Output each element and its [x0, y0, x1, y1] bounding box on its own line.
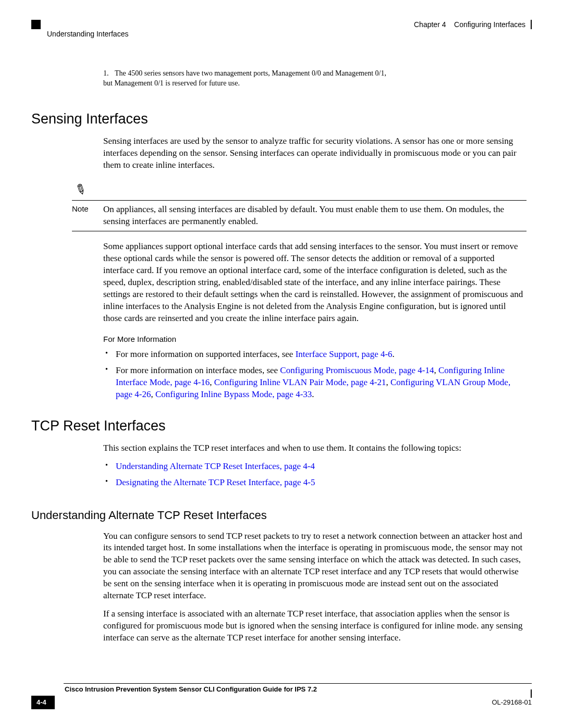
- sensing-paragraph-1: Sensing interfaces are used by the senso…: [103, 135, 527, 171]
- chapter-title: Configuring Interfaces: [454, 20, 525, 29]
- note-block: ✎ Note On appliances, all sensing interf…: [72, 181, 527, 231]
- header-marker-left: [31, 20, 41, 29]
- footnote-text: The 4500 series sensors have two managem…: [103, 69, 386, 87]
- tcp-intro: This section explains the TCP reset inte…: [103, 442, 527, 454]
- fmi-bullet-1: For more information on supported interf…: [103, 349, 527, 361]
- chapter-number: Chapter 4: [414, 20, 446, 29]
- footer-marker-right: [531, 689, 532, 698]
- footnote: 1.The 4500 series sensors have two manag…: [103, 69, 395, 89]
- header-marker-right: [531, 20, 532, 29]
- link-understanding-alt-tcp-reset[interactable]: Understanding Alternate TCP Reset Interf…: [116, 461, 315, 471]
- tcp-paragraph-2: If a sensing interface is associated wit…: [103, 608, 527, 644]
- footer-doc-title: Cisco Intrusion Prevention System Sensor…: [64, 683, 532, 694]
- note-rule-top: [72, 200, 527, 201]
- heading-tcp-reset-interfaces: TCP Reset Interfaces: [31, 416, 532, 435]
- link-interface-support[interactable]: Interface Support, page 4-6: [296, 349, 393, 359]
- note-rule-bottom: [72, 231, 527, 231]
- page-header: Chapter 4 Configuring Interfaces Underst…: [31, 20, 532, 38]
- footnote-number: 1.: [103, 69, 115, 79]
- fmi-b1-text: For more information on supported interf…: [116, 349, 296, 359]
- link-inline-vlan-pair-mode[interactable]: Configuring Inline VLAN Pair Mode, page …: [214, 377, 386, 387]
- note-label: Note: [72, 204, 94, 228]
- footer-doc-id: OL-29168-01: [492, 698, 532, 707]
- link-designating-alt-tcp-reset[interactable]: Designating the Alternate TCP Reset Inte…: [116, 477, 315, 487]
- header-section: Understanding Interfaces: [47, 29, 128, 39]
- subheading-understanding-alt-tcp: Understanding Alternate TCP Reset Interf…: [31, 508, 532, 523]
- sensing-paragraph-2: Some appliances support optional interfa…: [103, 241, 527, 325]
- for-more-information-heading: For More Information: [103, 334, 532, 344]
- tcp-topic-1: Understanding Alternate TCP Reset Interf…: [103, 461, 527, 473]
- page-content: 1.The 4500 series sensors have two manag…: [31, 69, 532, 644]
- page-footer: Cisco Intrusion Prevention System Sensor…: [31, 683, 532, 709]
- fmi-bullet-2: For more information on interface modes,…: [103, 365, 527, 401]
- heading-sensing-interfaces: Sensing Interfaces: [31, 109, 532, 128]
- link-inline-bypass-mode[interactable]: Configuring Inline Bypass Mode, page 4-3…: [155, 389, 312, 399]
- tcp-paragraph-1: You can configure sensors to send TCP re…: [103, 530, 527, 602]
- pencil-icon: ✎: [71, 179, 90, 201]
- header-chapter: Chapter 4 Configuring Interfaces: [414, 20, 525, 30]
- tcp-topic-2: Designating the Alternate TCP Reset Inte…: [103, 477, 527, 489]
- page-number-badge: 4-4: [31, 696, 55, 709]
- fmi-b2-text: For more information on interface modes,…: [116, 365, 280, 375]
- link-promiscuous-mode[interactable]: Configuring Promiscuous Mode, page 4-14: [280, 365, 434, 375]
- note-text: On appliances, all sensing interfaces ar…: [103, 204, 527, 228]
